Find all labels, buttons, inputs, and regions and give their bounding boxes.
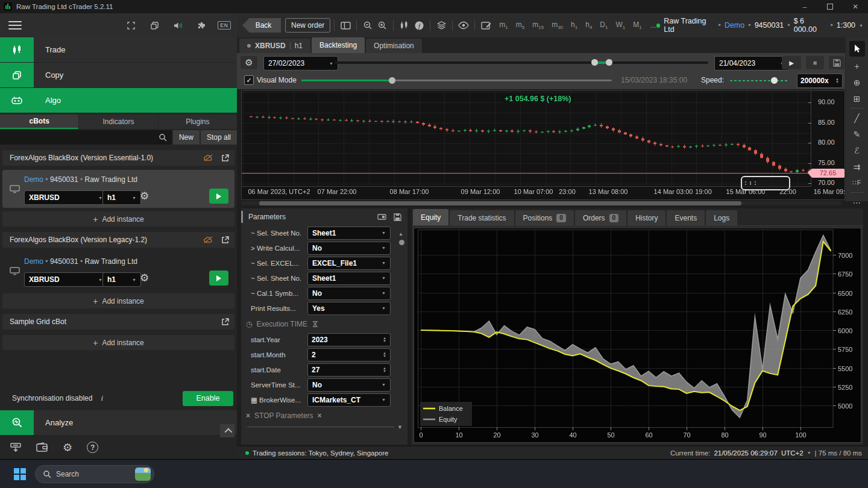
- speed-slider[interactable]: [730, 80, 788, 81]
- speed-handle[interactable]: [771, 77, 778, 84]
- results-tab-events[interactable]: Events: [667, 210, 705, 225]
- cursor-icon[interactable]: [849, 41, 865, 57]
- instance-account-type[interactable]: Demo: [24, 257, 43, 266]
- param-select[interactable]: EXCEL_File1▼: [307, 257, 391, 270]
- results-tab-orders[interactable]: Orders0: [575, 210, 626, 225]
- cbot-instance[interactable]: Demo • 9450031 • Raw Trading Ltd XBRUSD▼…: [2, 252, 234, 290]
- timeframe-select[interactable]: h1▼: [102, 272, 141, 287]
- account-selector[interactable]: Raw Trading Ltd• Demo• 9450031• $ 6 000.…: [656, 17, 863, 34]
- results-tab-logs[interactable]: Logs: [706, 210, 737, 225]
- play-backtest-button[interactable]: ▶: [782, 56, 801, 69]
- share-icon[interactable]: [221, 236, 230, 244]
- panel-splitter-grip[interactable]: [241, 211, 243, 223]
- timeframe-h1[interactable]: h1: [571, 20, 577, 30]
- new-order-button[interactable]: New order: [285, 18, 330, 33]
- wallet-icon[interactable]: [36, 442, 48, 452]
- save-backtest-button[interactable]: [829, 56, 844, 69]
- tab-cbots[interactable]: cBots: [0, 114, 78, 129]
- param-section-execution-time[interactable]: ◷Execution TIME⋈: [241, 316, 407, 332]
- timeframe-m5[interactable]: m5: [516, 20, 524, 30]
- results-tab-equity[interactable]: Equity: [413, 209, 448, 225]
- param-stepper[interactable]: 27▲▼: [307, 363, 391, 377]
- sidebar-item-analyze[interactable]: Analyze: [0, 410, 237, 435]
- plugin-icon[interactable]: [194, 18, 209, 33]
- tab-optimisation[interactable]: Optimisation: [366, 39, 422, 53]
- stop-backtest-button[interactable]: ■: [806, 56, 824, 69]
- minimize-button[interactable]: –: [792, 0, 817, 13]
- param-select[interactable]: No▼: [307, 242, 391, 255]
- info-icon[interactable]: i: [101, 393, 103, 403]
- mores-icon[interactable]: ⋯: [846, 194, 868, 210]
- trendline-icon[interactable]: ╱: [846, 110, 868, 126]
- share-icon[interactable]: [221, 318, 230, 326]
- date-from-select[interactable]: 27/02/2023▼: [263, 56, 338, 70]
- stop-all-button[interactable]: Stop all: [201, 130, 237, 145]
- cloud-off-icon[interactable]: [203, 236, 213, 244]
- chart-scrollbar-thumb[interactable]: [259, 201, 741, 205]
- instance-settings-gear-icon[interactable]: ⚙: [140, 190, 149, 202]
- timezone-selector[interactable]: UTC+2: [781, 449, 804, 457]
- results-tab-trade-statistics[interactable]: Trade statistics: [450, 210, 514, 225]
- start-button[interactable]: [13, 468, 27, 481]
- scroll-up-icon[interactable]: ▲: [398, 231, 403, 237]
- elliott-wave-icon[interactable]: ℰ: [846, 142, 868, 158]
- cbot-item[interactable]: Sample Grid cBot: [2, 314, 234, 330]
- timeframe-D1[interactable]: D1: [600, 20, 608, 30]
- timeframe-m15[interactable]: m15: [532, 20, 544, 30]
- sound-icon[interactable]: [171, 18, 185, 33]
- timeframe-W1[interactable]: W1: [615, 20, 625, 30]
- symbol-select[interactable]: XBRUSD▼: [24, 190, 107, 205]
- new-cbot-button[interactable]: New: [173, 130, 200, 145]
- tab-chart-xbrusd[interactable]: XBRUSD h1: [239, 39, 310, 53]
- results-tab-positions[interactable]: Positions0: [515, 210, 574, 225]
- workspaces-icon[interactable]: [147, 18, 162, 33]
- help-icon[interactable]: ?: [87, 442, 98, 453]
- withdraw-icon[interactable]: [10, 442, 22, 453]
- enable-sync-button[interactable]: Enable: [183, 391, 233, 406]
- crosshair-square-icon[interactable]: ⊞: [846, 90, 868, 107]
- param-select[interactable]: No▼: [307, 287, 391, 300]
- timeframe-h4[interactable]: h4: [585, 20, 592, 30]
- fibonacci-icon[interactable]: ∷F: [846, 175, 868, 191]
- save-parameters-icon[interactable]: [394, 213, 401, 221]
- menu-icon[interactable]: [8, 19, 22, 32]
- param-section-stop-parameters[interactable]: ×STOP Parameters×: [241, 407, 407, 424]
- timeframe-m1[interactable]: m1: [499, 20, 508, 30]
- param-select[interactable]: Sheet1▼: [307, 272, 391, 285]
- start-cbot-button[interactable]: [209, 271, 228, 286]
- sidebar-item-copy[interactable]: Copy: [0, 63, 237, 87]
- cbot-instance[interactable]: Demo • 9450031 • Raw Trading Ltd XBRUSD▼…: [2, 170, 234, 208]
- detach-window-icon[interactable]: [124, 18, 138, 33]
- maximize-button[interactable]: [817, 0, 843, 13]
- backtest-settings-gear-icon[interactable]: ⚙: [241, 56, 257, 69]
- scroll-down-icon[interactable]: ▼: [397, 424, 403, 430]
- timeframe-select[interactable]: h1▼: [102, 190, 141, 205]
- search-highlight-thumbnail[interactable]: [135, 468, 151, 481]
- param-select[interactable]: Sheet1▼: [307, 227, 391, 240]
- chart-layout-icon[interactable]: [338, 18, 353, 33]
- close-button[interactable]: ✕: [843, 0, 868, 13]
- tab-backtesting[interactable]: Backtesting: [312, 37, 365, 53]
- visual-mode-checkbox[interactable]: ✓: [244, 75, 254, 85]
- zo om-in-icon[interactable]: [375, 18, 389, 33]
- param-select[interactable]: No▼: [307, 378, 391, 392]
- add-instance-button[interactable]: +Add instance: [2, 335, 234, 350]
- taskbar-search-input[interactable]: Search: [35, 465, 154, 483]
- start-cbot-button[interactable]: [209, 189, 228, 204]
- more-timeframes-button[interactable]: ...: [650, 21, 656, 30]
- chart-settings-icon[interactable]: [479, 18, 493, 33]
- sidebar-item-trade[interactable]: Trade: [0, 37, 237, 62]
- param-select[interactable]: ICMarkets_CT▼: [307, 393, 391, 407]
- add-instance-button[interactable]: +Add instance: [2, 293, 234, 308]
- sidebar-item-algo[interactable]: Algo: [0, 88, 237, 113]
- equity-chart[interactable]: [414, 228, 861, 443]
- timeframe-m30[interactable]: m30: [552, 20, 563, 30]
- symbol-select[interactable]: XBRUSD▼: [24, 272, 107, 287]
- settings-gear-icon[interactable]: ⚙: [63, 441, 72, 454]
- collapse-panel-button[interactable]: [220, 424, 234, 437]
- results-tab-history[interactable]: History: [627, 210, 665, 225]
- param-select[interactable]: Yes▼: [307, 302, 391, 315]
- tab-plugins[interactable]: Plugins: [159, 114, 237, 129]
- range-handle-end[interactable]: [606, 59, 612, 66]
- date-to-select[interactable]: 21/04/2023▼: [714, 56, 789, 70]
